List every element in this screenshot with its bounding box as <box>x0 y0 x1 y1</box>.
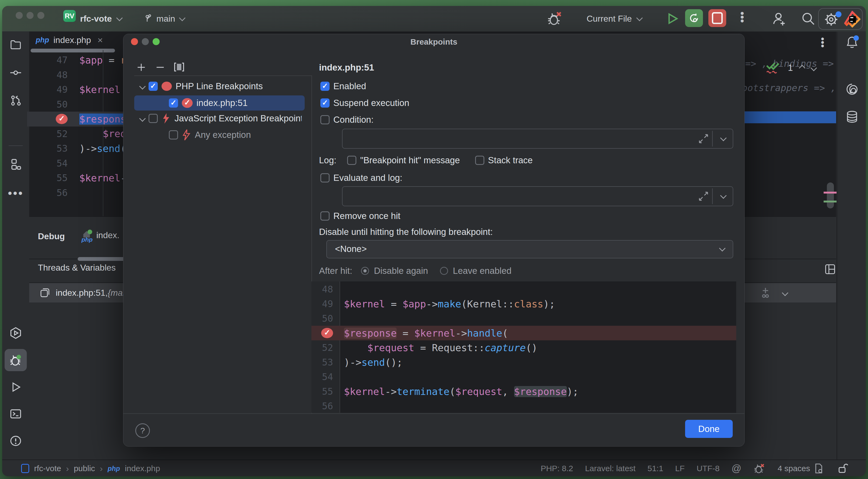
expand-icon[interactable] <box>698 133 709 144</box>
radio-disable-again[interactable] <box>361 267 369 275</box>
remove-breakpoint-button[interactable] <box>155 62 165 73</box>
chevron-down-icon[interactable] <box>782 289 788 296</box>
line-ending-widget[interactable]: LF <box>675 464 685 473</box>
unlocked-icon[interactable] <box>837 463 848 474</box>
enabled-row[interactable]: Enabled <box>320 79 366 94</box>
preview-code: 4849$kernel = $app->make(Kernel::class);… <box>311 282 736 413</box>
remove-once-row[interactable]: Remove once hit <box>320 208 400 224</box>
database-icon[interactable] <box>845 109 859 124</box>
stop-icon <box>712 12 723 24</box>
editor-kebab-menu[interactable]: ••• <box>820 37 825 47</box>
debug-tool-icon[interactable] <box>9 353 23 367</box>
breakpoint-verified-icon[interactable] <box>56 114 68 124</box>
next-problem-icon[interactable] <box>811 65 817 71</box>
services-tool-icon[interactable] <box>9 326 23 340</box>
mute-breakpoints-status-icon[interactable] <box>753 462 766 475</box>
window-close-button[interactable] <box>16 12 23 19</box>
add-breakpoint-button[interactable] <box>136 62 147 73</box>
laravel-widget[interactable]: Laravel: latest <box>585 464 636 473</box>
checkbox-checked[interactable] <box>320 82 330 91</box>
done-button[interactable]: Done <box>685 420 733 438</box>
phpstorm-logo[interactable] <box>844 11 861 28</box>
breakpoint-group-button[interactable] <box>173 61 185 73</box>
terminal-tool-icon[interactable] <box>9 407 22 420</box>
run-config-selector[interactable]: Current File <box>587 6 642 31</box>
target-breakpoint-select[interactable]: <None> <box>326 240 733 259</box>
error-stripe-green <box>824 201 837 202</box>
code-with-me-icon[interactable] <box>771 10 787 27</box>
problems-tool-icon[interactable] <box>9 434 22 447</box>
tab-scrollbar[interactable] <box>31 49 115 53</box>
suspend-row[interactable]: Suspend execution <box>320 95 409 110</box>
inspections-widget[interactable]: 1 <box>765 61 816 75</box>
tree-item-selected[interactable]: index.php:51 <box>169 95 248 110</box>
checkbox-unchecked[interactable] <box>320 211 330 220</box>
breadcrumb-project[interactable]: rfc-vote <box>34 464 61 473</box>
more-tool-windows-icon[interactable]: ••• <box>8 186 24 200</box>
notifications-bell-icon[interactable] <box>845 35 859 49</box>
expand-icon[interactable] <box>698 191 709 202</box>
php-version-widget[interactable]: PHP: 8.2 <box>540 464 573 473</box>
search-icon[interactable] <box>800 10 816 27</box>
run-tool-icon[interactable] <box>9 381 22 394</box>
debug-panel-title[interactable]: Debug <box>38 231 65 241</box>
breadcrumb-file[interactable]: index.php <box>125 464 160 473</box>
annotations-icon[interactable]: @ <box>731 463 741 474</box>
checkbox-checked[interactable] <box>320 98 330 108</box>
window-zoom-button[interactable] <box>37 12 44 19</box>
project-tool-icon[interactable] <box>9 39 22 51</box>
breakpoint-verified-icon[interactable] <box>321 328 333 338</box>
condition-row[interactable]: Condition: <box>320 112 374 127</box>
window-minimize-button[interactable] <box>27 12 34 19</box>
chevron-down-icon[interactable] <box>720 192 726 199</box>
evaluate-input[interactable] <box>342 186 733 206</box>
line-number: 55 <box>311 386 333 397</box>
breadcrumb[interactable]: rfc-vote › public › php index.php <box>21 464 160 474</box>
checkbox-unchecked[interactable] <box>149 114 158 123</box>
breadcrumb-folder[interactable]: public <box>74 464 95 473</box>
layout-settings-icon[interactable] <box>824 263 836 275</box>
condition-input[interactable] <box>342 129 733 149</box>
help-button[interactable]: ? <box>135 423 150 438</box>
indent-widget[interactable]: 4 spaces <box>778 463 825 474</box>
checkbox-unchecked[interactable] <box>347 156 356 165</box>
tree-group-php[interactable]: PHP Line Breakpoints <box>140 79 263 94</box>
caret-position-widget[interactable]: 51:1 <box>648 464 663 473</box>
checkbox-checked[interactable] <box>169 98 178 108</box>
chevron-down-icon[interactable] <box>139 83 146 90</box>
chevron-down-icon[interactable] <box>139 115 146 122</box>
debug-session-tab[interactable]: php index. <box>80 228 119 243</box>
prev-problem-icon[interactable] <box>799 65 806 71</box>
project-selector[interactable]: rfc-vote <box>80 6 122 31</box>
structure-tool-icon[interactable] <box>9 158 22 171</box>
tree-item-any-exception[interactable]: Any exception <box>169 127 251 142</box>
commit-tool-icon[interactable] <box>9 66 22 79</box>
more-actions-kebab[interactable]: ••• <box>740 11 745 23</box>
tree-group-label: JavaScript Exception Breakpoints <box>175 113 302 124</box>
mute-breakpoints-bug-icon[interactable] <box>546 10 563 27</box>
add-watch-icon[interactable] <box>759 286 772 299</box>
checkbox-unchecked[interactable] <box>475 156 484 165</box>
screen: RV rfc-vote main Curren <box>0 0 868 479</box>
disable-until-label: Disable until hitting the following brea… <box>319 227 493 237</box>
radio-leave-enabled[interactable] <box>440 267 448 275</box>
checkbox-unchecked[interactable] <box>320 115 330 124</box>
checkbox-checked[interactable] <box>149 82 158 91</box>
checkbox-unchecked[interactable] <box>320 173 330 182</box>
encoding-widget[interactable]: UTF-8 <box>696 464 719 473</box>
branch-selector[interactable]: main <box>143 6 185 31</box>
pull-requests-tool-icon[interactable] <box>9 94 22 107</box>
editor-scrollbar[interactable] <box>827 182 834 208</box>
tree-group-js[interactable]: JavaScript Exception Breakpoints <box>140 111 302 126</box>
ai-assistant-icon[interactable] <box>845 82 859 97</box>
suspend-label: Suspend execution <box>333 98 409 108</box>
run-button[interactable] <box>664 11 680 27</box>
stop-button[interactable] <box>708 9 726 27</box>
chevron-down-icon[interactable] <box>720 135 726 141</box>
editor-tab-index-php[interactable]: php index.php × <box>36 32 103 48</box>
rerun-debug-button[interactable] <box>685 9 703 27</box>
evaluate-row[interactable]: Evaluate and log: <box>320 170 402 185</box>
threads-variables-tab[interactable]: Threads & Variables <box>38 263 116 273</box>
close-icon[interactable]: × <box>97 35 103 45</box>
checkbox-unchecked[interactable] <box>169 130 178 139</box>
